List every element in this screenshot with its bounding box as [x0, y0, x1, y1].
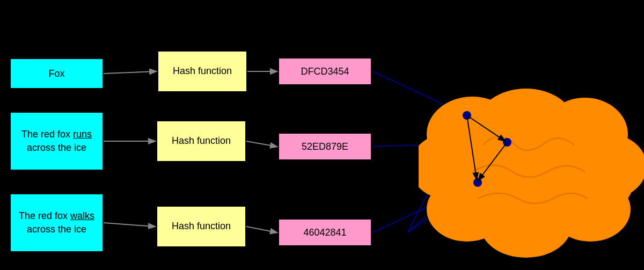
diagram-container: Fox The red fox runs across the ice The …: [0, 0, 644, 270]
output-hash-1: DFCD3454: [278, 57, 372, 85]
hash-function-1: Hash function: [157, 50, 247, 92]
svg-line-0: [104, 71, 156, 74]
svg-point-26: [473, 178, 482, 187]
svg-line-2: [104, 223, 155, 227]
cloud-svg: [419, 81, 644, 263]
input-walks: The red fox walks across the ice: [10, 193, 104, 252]
output-hash-2: 52ED879E: [278, 133, 372, 160]
output-hash-3: 46042841: [278, 218, 372, 246]
hash-function-3: Hash function: [156, 206, 246, 247]
svg-line-5: [246, 227, 276, 232]
input-fox: Fox: [10, 58, 104, 89]
svg-line-4: [246, 141, 276, 147]
hash-function-2: Hash function: [156, 120, 246, 162]
input-runs: The red fox runs across the ice: [10, 112, 104, 171]
